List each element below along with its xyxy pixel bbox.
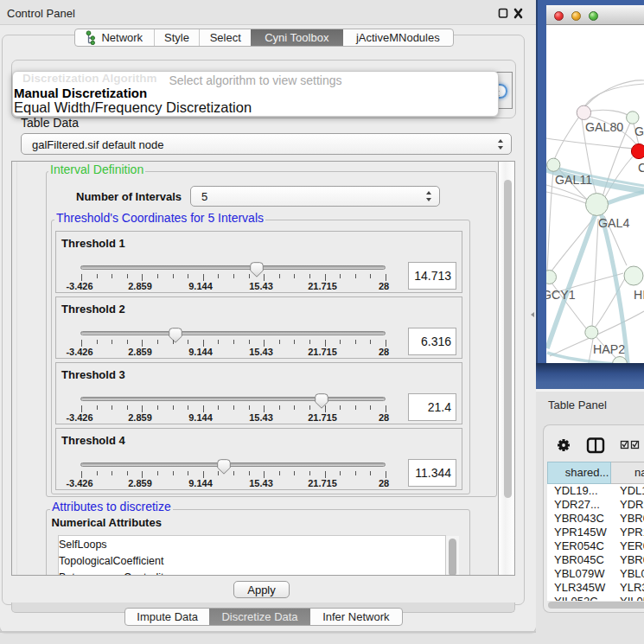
svg-text:GAL4: GAL4 (598, 216, 629, 230)
svg-text:GAL11: GAL11 (555, 173, 592, 187)
svg-text:GAL80: GAL80 (585, 120, 623, 134)
svg-text:GA: GA (634, 124, 644, 138)
svg-text:C: C (638, 161, 644, 175)
svg-text:HAP2: HAP2 (593, 342, 625, 356)
svg-text:HI: HI (634, 288, 644, 302)
svg-text:GCY1: GCY1 (546, 288, 576, 302)
